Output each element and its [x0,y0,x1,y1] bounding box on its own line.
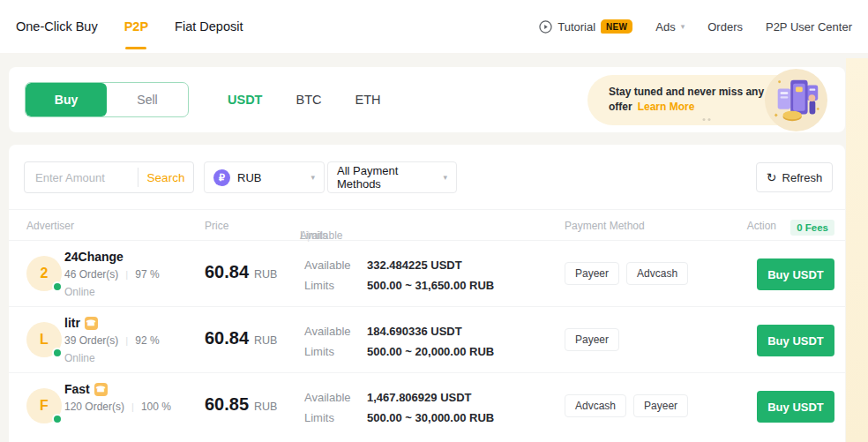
price-cell: 60.84 RUB [205,262,277,282]
online-status-dot [52,281,63,292]
header-action: Action [747,220,776,232]
currency-value: RUB [237,171,261,184]
ads-menu[interactable]: Ads ▾ [655,20,685,34]
table-header: Advertiser Price Available|Limits Paymen… [9,209,845,241]
orders-link[interactable]: Orders [707,20,743,34]
table-row: 2 24Change 46 Order(s) | 97 % Online 60.… [9,241,845,307]
right-decorative-strip [846,58,868,442]
payment-chips: Advcash Payeer [565,394,688,417]
advertiser-stats: 46 Order(s) | 97 % [64,268,160,281]
nav-actions: Tutorial NEW Ads ▾ Orders P2P User Cente… [539,0,852,53]
avatar[interactable]: L [26,322,62,357]
tab-usdt[interactable]: USDT [228,93,262,107]
refresh-icon: ↻ [767,170,777,184]
advertiser-stats: 39 Order(s) | 92 % [64,334,160,347]
table-row: L litr ☎ 39 Order(s) | 92 % Online 60.84… [9,307,845,373]
tab-eth[interactable]: ETH [355,93,380,107]
buy-usdt-button[interactable]: Buy USDT [757,325,834,356]
header-payment-method: Payment Method [565,220,645,232]
buy-usdt-button[interactable]: Buy USDT [757,391,834,423]
p2p-page: One-Click Buy P2P Fiat Deposit Tutorial … [0,0,868,442]
payment-method-value: All Payment Methods [337,164,443,191]
available-limits-values: 1,467.806929 USDT 500.00 ~ 30,000.00 RUB [367,387,494,428]
sell-toggle[interactable]: Sell [107,83,188,116]
promo-illustration-icon [765,69,827,131]
payment-method-select[interactable]: All Payment Methods ▾ [327,161,457,193]
filter-bar: Search ₽ RUB ▾ All Payment Methods ▾ ↻ R… [9,145,845,209]
available-limits-values: 332.484225 USDT 500.00 ~ 31,650.00 RUB [367,255,494,296]
advertiser-stats: 120 Order(s) | 100 % [64,401,171,413]
buy-toggle[interactable]: Buy [26,83,107,116]
online-status: Online [64,352,95,364]
payment-chips: Payeer Advcash [565,262,688,285]
learn-more-link[interactable]: Learn More [638,101,695,113]
trade-selector-card: Buy Sell USDT BTC ETH Stay tuned and nev… [9,67,845,132]
top-navigation: One-Click Buy P2P Fiat Deposit Tutorial … [0,0,868,53]
payment-chip: Payeer [633,394,688,417]
refresh-label: Refresh [782,171,823,184]
advertiser-name[interactable]: Fast ☎ [64,382,108,396]
available-limits-labels: Available Limits [304,387,351,428]
play-circle-icon [539,20,552,34]
payment-chip: Advcash [626,262,688,285]
price-cell: 60.85 RUB [205,394,277,415]
verified-merchant-icon: ☎ [85,317,98,330]
chevron-down-icon: ▾ [681,22,685,31]
promo-text: Stay tuned and never miss any offerLearn… [587,75,773,115]
chevron-down-icon: ▾ [311,173,315,182]
price-cell: 60.84 RUB [205,328,277,348]
avatar[interactable]: F [26,388,62,423]
tab-btc[interactable]: BTC [296,93,321,107]
available-limits-labels: Available Limits [304,321,351,362]
tab-p2p[interactable]: P2P [124,0,148,53]
currency-select[interactable]: ₽ RUB ▾ [204,161,325,193]
buy-sell-toggle: Buy Sell [25,82,189,117]
payment-chip: Payeer [565,262,619,285]
buy-usdt-button[interactable]: Buy USDT [757,258,834,290]
zero-fees-badge: 0 Fees [790,220,834,236]
tutorial-label: Tutorial [557,20,595,34]
table-row: F Fast ☎ 120 Order(s) | 100 % 60.85 RUB … [9,373,845,439]
promo-banner[interactable]: Stay tuned and never miss any offerLearn… [587,75,826,125]
carousel-dots [703,118,711,121]
online-status-dot [52,348,63,358]
ruble-icon: ₽ [213,169,230,186]
coin-tabs: USDT BTC ETH [228,93,380,107]
avatar[interactable]: 2 [26,256,62,291]
amount-input[interactable] [25,171,138,184]
nav-tabs: One-Click Buy P2P Fiat Deposit [16,0,243,53]
online-status-dot [52,414,63,424]
orders-label: Orders [707,20,743,34]
amount-search-group: Search [24,161,194,193]
header-advertiser: Advertiser [26,220,74,232]
new-badge: NEW [601,19,632,34]
ads-label: Ads [655,20,675,34]
advertiser-name[interactable]: litr ☎ [64,316,98,330]
advertiser-name[interactable]: 24Change [64,250,123,264]
available-limits-values: 184.690336 USDT 500.00 ~ 20,000.00 RUB [367,321,494,362]
payment-chip: Payeer [565,328,619,351]
available-limits-labels: Available Limits [304,255,351,296]
payment-chip: Advcash [565,394,626,417]
refresh-button[interactable]: ↻ Refresh [756,162,833,192]
user-center-label: P2P User Center [766,20,852,34]
verified-merchant-icon: ☎ [94,383,108,396]
online-status: Online [64,286,95,298]
header-price: Price [205,220,228,232]
tutorial-link[interactable]: Tutorial NEW [539,19,632,34]
payment-chips: Payeer [565,328,619,351]
offers-card: Search ₽ RUB ▾ All Payment Methods ▾ ↻ R… [9,145,845,442]
tab-one-click-buy[interactable]: One-Click Buy [16,0,98,53]
p2p-user-center-link[interactable]: P2P User Center [766,20,852,34]
chevron-down-icon: ▾ [443,173,447,182]
tab-fiat-deposit[interactable]: Fiat Deposit [175,0,243,53]
search-button[interactable]: Search [138,171,193,184]
